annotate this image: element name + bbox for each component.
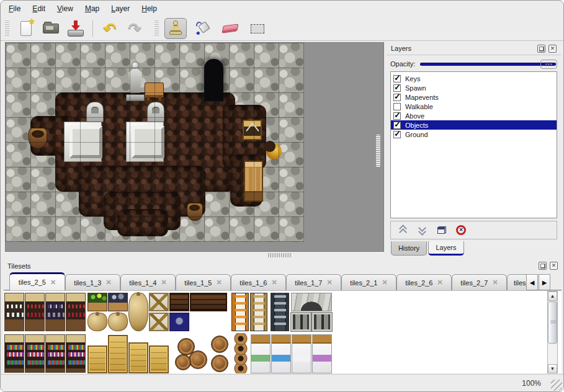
- tileset-tile-store-shelf[interactable]: [45, 334, 65, 373]
- toolbar-drag-handle-2[interactable]: [154, 20, 159, 37]
- tab-layers[interactable]: Layers: [428, 241, 464, 256]
- scrollbar-thumb[interactable]: [548, 301, 557, 344]
- duplicate-layer-button[interactable]: [435, 223, 449, 237]
- tileset-tab-tiles_2_6[interactable]: tiles_2_6✕: [396, 274, 452, 290]
- scroll-down-icon[interactable]: ▼: [548, 364, 557, 373]
- tileset-tile-stone-arch[interactable]: [291, 293, 332, 311]
- move-layer-up-button[interactable]: [396, 223, 410, 237]
- tileset-tab-tiles_1_5[interactable]: tiles_1_5✕: [176, 274, 231, 290]
- stamp-tool-button[interactable]: [164, 18, 187, 39]
- tileset-tile-pot-stack[interactable]: [232, 333, 249, 373]
- layer-row-mapevents[interactable]: ✓ Mapevents: [391, 92, 557, 102]
- tileset-tile-open-sack[interactable]: [108, 313, 128, 331]
- tileset-tile-bed-green[interactable]: [251, 334, 271, 373]
- close-tab-icon[interactable]: ✕: [216, 278, 222, 287]
- menu-edit[interactable]: Edit: [32, 4, 45, 13]
- tileset-tile-crate[interactable]: [128, 342, 148, 373]
- close-tab-icon[interactable]: ✕: [161, 278, 166, 287]
- opacity-slider[interactable]: [420, 59, 557, 69]
- layer-checkbox[interactable]: ✓: [393, 131, 401, 138]
- map-canvas[interactable]: [6, 43, 304, 242]
- tileset-tab-tiles_2_1[interactable]: tiles_2_1✕: [341, 274, 396, 290]
- tileset-tile-barrel[interactable]: [189, 350, 207, 369]
- select-tool-button[interactable]: [246, 18, 269, 39]
- tileset-tile-store-shelf[interactable]: [25, 334, 45, 373]
- tileset-tile-stone-door[interactable]: [312, 313, 332, 331]
- float-dock-icon[interactable]: [537, 45, 545, 53]
- tileset-tile-crate-tall[interactable]: [108, 335, 128, 373]
- undo-button[interactable]: ↶: [99, 18, 121, 39]
- layer-row-above[interactable]: ✓ Above: [391, 111, 557, 120]
- tileset-tile-ladder-tan[interactable]: [250, 293, 267, 331]
- menu-layer[interactable]: Layer: [111, 4, 130, 13]
- close-tab-icon[interactable]: ✕: [50, 278, 56, 287]
- tileset-tab-tiles_1_6[interactable]: tiles_1_6✕: [231, 274, 286, 290]
- scroll-tabs-left-button[interactable]: ◀: [526, 274, 538, 290]
- eraser-tool-button[interactable]: [219, 18, 241, 39]
- tileset-tile-barrel[interactable]: [175, 354, 191, 370]
- delete-layer-button[interactable]: ✕: [454, 223, 468, 237]
- tileset-tile-shelf[interactable]: [45, 293, 65, 331]
- menu-map[interactable]: Map: [85, 4, 99, 13]
- layer-checkbox[interactable]: ✓: [393, 75, 401, 82]
- tileset-tile-plant-crate[interactable]: [87, 293, 107, 311]
- tileset-tile-store-shelf[interactable]: [4, 334, 24, 373]
- tileset-tile-shelf[interactable]: [25, 293, 45, 331]
- layer-row-ground[interactable]: ✓ Ground: [391, 130, 557, 139]
- layer-checkbox[interactable]: ✓: [393, 112, 401, 120]
- tileset-tile-crossed-crate[interactable]: [149, 313, 169, 331]
- tileset-tab-tiles_1_7[interactable]: tiles_1_7✕: [286, 274, 341, 290]
- horizontal-splitter-handle[interactable]: [267, 253, 292, 257]
- layer-row-keys[interactable]: ✓ Keys: [391, 74, 557, 83]
- tileset-tile-bed-blue[interactable]: [271, 334, 291, 373]
- float-dock-icon[interactable]: [539, 262, 547, 270]
- layer-checkbox[interactable]: ✓: [393, 94, 401, 101]
- tileset-scrollbar[interactable]: ▲ ▼: [547, 291, 558, 373]
- tileset-tile-crate[interactable]: [87, 345, 107, 373]
- tileset-tile-barrel[interactable]: [211, 336, 228, 353]
- open-file-button[interactable]: [40, 18, 62, 39]
- move-layer-down-button[interactable]: [416, 223, 429, 237]
- layer-row-spawn[interactable]: ✓ Spawn: [391, 83, 557, 92]
- toolbar-drag-handle[interactable]: [5, 20, 9, 37]
- layer-row-walkable[interactable]: Walkable: [391, 102, 557, 111]
- close-tab-icon[interactable]: ✕: [326, 278, 332, 287]
- tileset-view[interactable]: ▲ ▼: [4, 290, 562, 373]
- close-tab-icon[interactable]: ✕: [382, 278, 387, 287]
- tileset-tile-shelf[interactable]: [4, 293, 24, 331]
- close-dock-icon[interactable]: ✕: [548, 45, 557, 53]
- opacity-slider-handle[interactable]: [540, 60, 557, 69]
- tileset-tile-shelf[interactable]: [66, 293, 86, 331]
- vertical-splitter-handle[interactable]: [376, 135, 380, 167]
- tileset-tile-bed-white[interactable]: [292, 334, 311, 373]
- menu-help[interactable]: Help: [141, 4, 157, 13]
- layer-row-objects[interactable]: ✓ Objects: [391, 120, 557, 130]
- close-tab-icon[interactable]: ✕: [271, 278, 277, 287]
- scroll-up-icon[interactable]: ▲: [548, 292, 557, 301]
- tileset-tile-store-shelf[interactable]: [66, 334, 86, 373]
- fill-tool-button[interactable]: [192, 18, 214, 39]
- tileset-tile-ladder-steel[interactable]: [271, 293, 289, 331]
- tileset-tile-plank-run[interactable]: [190, 293, 227, 311]
- scroll-tabs-right-button[interactable]: ▶: [539, 274, 550, 290]
- layer-checkbox[interactable]: [393, 103, 401, 110]
- window-resize-grip[interactable]: [551, 380, 562, 391]
- close-dock-icon[interactable]: ✕: [550, 262, 558, 270]
- tileset-tab-tiles_1_3[interactable]: tiles_1_3✕: [65, 274, 120, 290]
- tileset-tile-bed-purple[interactable]: [312, 334, 332, 373]
- menu-file[interactable]: File: [9, 4, 20, 13]
- close-tab-icon[interactable]: ✕: [492, 278, 498, 287]
- save-button[interactable]: [65, 18, 87, 39]
- redo-button[interactable]: ↷: [123, 18, 146, 39]
- new-file-button[interactable]: ★: [15, 18, 37, 39]
- close-tab-icon[interactable]: ✕: [105, 278, 111, 287]
- tileset-tile-ladder-orange[interactable]: [231, 293, 249, 331]
- tileset-tile-dark-planks[interactable]: [169, 293, 189, 311]
- tileset-tile-stone-crate[interactable]: [108, 293, 128, 311]
- tileset-tile-crate[interactable]: [149, 345, 169, 373]
- tileset-tile-sack[interactable]: [87, 313, 107, 331]
- tileset-tile-large-sack[interactable]: [128, 293, 148, 331]
- layer-checkbox[interactable]: ✓: [393, 122, 401, 129]
- tileset-tab-tiles_2_5[interactable]: tiles_2_5✕: [9, 272, 65, 290]
- tileset-tile-stone-door[interactable]: [291, 313, 311, 331]
